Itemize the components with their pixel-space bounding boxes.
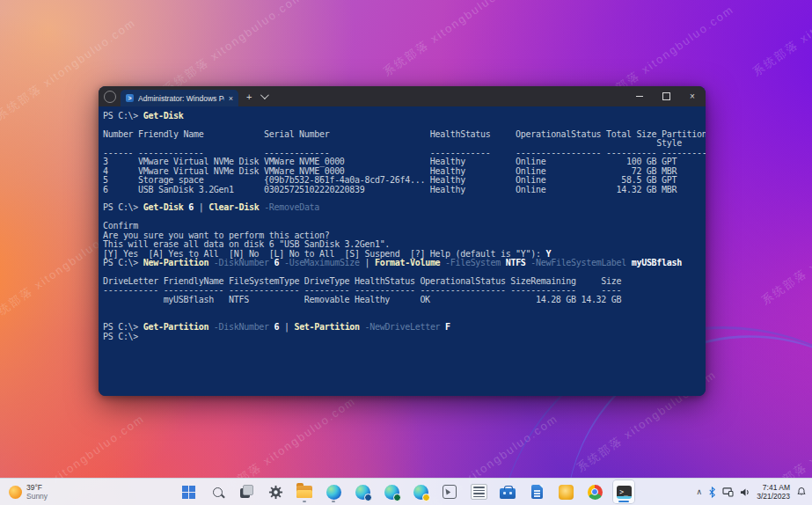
watermark-text: 系统部落 xitongbuluo.com	[380, 0, 526, 80]
gold-app-icon	[559, 485, 574, 500]
taskbar: 39°F Sunny	[0, 478, 812, 505]
powershell-icon: >	[126, 94, 134, 102]
volume-icon[interactable]	[740, 479, 750, 505]
toolbox-button[interactable]	[497, 480, 518, 503]
active-indicator	[618, 501, 629, 503]
edge-beta-button[interactable]	[352, 480, 373, 503]
tab-close-icon[interactable]: ×	[229, 94, 233, 103]
start-button[interactable]	[178, 480, 199, 503]
watermark-text: 系统部落 xitongbuluo.com	[160, 0, 306, 98]
terminal-taskbar-button[interactable]: >_	[613, 480, 634, 503]
network-icon[interactable]	[722, 479, 734, 505]
widgets-button[interactable]: 39°F Sunny	[4, 479, 53, 505]
edge-button[interactable]	[323, 480, 344, 503]
tab-dropdown-icon[interactable]	[260, 91, 269, 99]
minimize-icon	[636, 96, 643, 97]
toolbox-icon	[500, 488, 516, 499]
new-tab-button[interactable]: +	[246, 91, 252, 102]
folder-icon	[296, 486, 312, 498]
notepad-icon	[471, 484, 487, 500]
snipping-tool-icon	[443, 485, 457, 499]
tab-title: Administrator: Windows Pow	[138, 94, 224, 103]
weather-condition: Sunny	[26, 492, 48, 501]
maximize-button[interactable]	[653, 86, 679, 106]
close-button[interactable]: ×	[679, 86, 706, 106]
running-indicator	[332, 501, 335, 503]
minimize-button[interactable]	[626, 86, 653, 106]
notepad-button[interactable]	[468, 480, 489, 503]
terminal-output[interactable]: PS C:\> Get-Disk Number Friendly Name Se…	[99, 106, 706, 396]
document-app-button[interactable]	[526, 480, 547, 503]
chrome-button[interactable]	[584, 480, 605, 503]
edge-canary-icon	[413, 485, 428, 500]
tray-chevron-icon[interactable]: ∧	[697, 479, 703, 505]
running-indicator	[303, 501, 306, 503]
terminal-titlebar[interactable]: > Administrator: Windows Pow × + ×	[99, 86, 706, 106]
titlebar-circle-decoration	[104, 91, 116, 103]
weather-sun-icon	[9, 486, 22, 499]
taskbar-center: >_	[178, 479, 634, 505]
search-button[interactable]	[207, 480, 228, 503]
maximize-icon	[662, 92, 670, 100]
chrome-icon	[588, 485, 603, 500]
notification-bell-icon[interactable]	[796, 479, 807, 505]
tray-date: 3/21/2023	[757, 492, 790, 501]
windows-logo-icon	[182, 486, 195, 499]
edge-dev-button[interactable]	[381, 480, 402, 503]
gold-app-button[interactable]	[555, 480, 576, 503]
watermark-text: 系统部落 xitongbuluo.com	[750, 0, 812, 80]
search-icon	[213, 487, 223, 497]
file-explorer-button[interactable]	[294, 480, 315, 503]
task-view-button[interactable]	[236, 480, 257, 503]
terminal-icon: >_	[617, 486, 632, 499]
edge-dev-icon	[384, 485, 399, 500]
task-view-icon	[240, 488, 250, 498]
gear-icon	[268, 485, 283, 500]
tray-time: 7:41 AM	[757, 483, 790, 492]
tray-clock[interactable]: 7:41 AM 3/21/2023	[757, 483, 790, 501]
system-tray: ∧ 7:41 AM 3/21/2023	[697, 479, 807, 505]
terminal-tab[interactable]: > Administrator: Windows Pow ×	[121, 90, 238, 106]
settings-button[interactable]	[265, 480, 286, 503]
document-icon	[531, 485, 543, 499]
edge-icon	[326, 485, 341, 500]
close-icon: ×	[690, 91, 695, 101]
edge-beta-icon	[355, 485, 370, 500]
terminal-window: > Administrator: Windows Pow × + × PS C:…	[99, 86, 706, 396]
edge-canary-button[interactable]	[410, 480, 431, 503]
snipping-tool-button[interactable]	[439, 480, 460, 503]
weather-temperature: 39°F	[26, 483, 48, 492]
watermark-text: 系统部落 xitongbuluo.com	[758, 200, 812, 309]
bluetooth-icon[interactable]	[708, 479, 716, 505]
